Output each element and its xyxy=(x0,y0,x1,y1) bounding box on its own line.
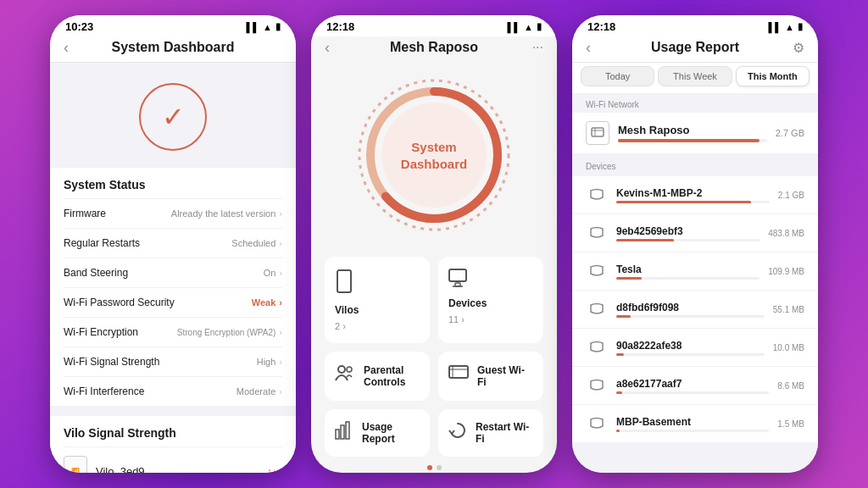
vilo-title: Vilo Signal Strength xyxy=(64,416,282,446)
parental-icon xyxy=(335,363,355,389)
vilos-count: 2 › xyxy=(335,321,346,331)
dashboard-circle[interactable]: System Dashboard xyxy=(349,70,519,240)
nav-bar-2: ‹ Mesh Raposo ··· xyxy=(311,36,557,62)
restart-icon xyxy=(448,421,467,445)
status-row-password[interactable]: Wi-Fi Password Security Weak › xyxy=(64,287,282,317)
menu-card-guest[interactable]: Guest Wi-Fi xyxy=(438,352,543,401)
settings-icon[interactable]: ⚙ xyxy=(793,40,804,56)
screen3-title: Usage Report xyxy=(651,40,739,55)
screen2-content: System Dashboard Vilos 2 › Devices 11 › xyxy=(311,62,557,473)
back-button-3[interactable]: ‹ xyxy=(586,39,591,57)
screen2-title: Mesh Raposo xyxy=(390,40,478,55)
firmware-value: Already the latest version › xyxy=(171,208,282,219)
time-1: 10:23 xyxy=(65,20,93,33)
vilo-signal-value: ↑↓ › xyxy=(267,466,282,473)
vilo-item[interactable]: 📶 Vilo_3ed9 ↑↓ › xyxy=(64,446,282,473)
device-icon-6 xyxy=(586,413,608,435)
wifi-icon-3: ▲ xyxy=(785,22,794,32)
nav-bar-1: ‹ System Dashboard xyxy=(50,36,296,63)
back-button-2[interactable]: ‹ xyxy=(325,39,330,57)
vilo-device-icon: 📶 xyxy=(64,456,87,473)
device-amount-4: 10.0 MB xyxy=(773,343,804,352)
device-amount-5: 8.6 MB xyxy=(777,381,804,391)
nav-bar-3: ‹ Usage Report ⚙ xyxy=(572,36,818,63)
restart-label: Restart Wi-Fi xyxy=(476,421,533,445)
device-info-5: a8e62177aaf7 xyxy=(616,378,769,394)
band-value: On › xyxy=(264,268,282,278)
device-info-3: d8fbd6f9f098 xyxy=(616,302,765,318)
device-row-1[interactable]: 9eb42569ebf3 483.8 MB xyxy=(572,214,818,252)
device-bar-wrap-1 xyxy=(616,239,760,241)
svg-rect-5 xyxy=(449,269,466,281)
menu-card-devices[interactable]: Devices 11 › xyxy=(438,257,543,343)
wifi-icon-2: ▲ xyxy=(524,22,533,32)
svg-rect-10 xyxy=(449,366,468,378)
menu-card-vilos[interactable]: Vilos 2 › xyxy=(325,257,430,343)
phone-screen-2: 12:18 ▌▌ ▲ ▮ ‹ Mesh Raposo ··· xyxy=(311,15,557,473)
device-bar-wrap-3 xyxy=(616,315,765,318)
device-bar-3 xyxy=(616,315,631,318)
device-row-0[interactable]: Kevins-M1-MBP-2 2.1 GB xyxy=(572,176,818,214)
status-icons-1: ▌▌ ▲ ▮ xyxy=(247,21,281,32)
checkmark-circle: ✓ xyxy=(139,83,207,151)
tab-week[interactable]: This Week xyxy=(658,66,732,86)
tab-month[interactable]: This Month xyxy=(736,66,810,86)
device-row-2[interactable]: Tesla 109.9 MB xyxy=(572,252,818,290)
status-row-encryption[interactable]: Wi-Fi Encryption Strong Encryption (WPA2… xyxy=(64,317,282,347)
device-icon-4 xyxy=(586,336,608,358)
battery-icon-3: ▮ xyxy=(798,21,803,32)
devices-label: Devices xyxy=(448,297,487,309)
dashboard-label: System Dashboard xyxy=(401,139,467,172)
tab-today[interactable]: Today xyxy=(581,66,654,86)
status-row-interference[interactable]: Wi-Fi Interference Moderate › xyxy=(64,376,282,406)
restarts-value: Scheduled › xyxy=(231,238,282,248)
svg-point-8 xyxy=(338,366,345,373)
device-amount-2: 109.9 MB xyxy=(768,267,804,276)
device-row-6[interactable]: MBP-Basement 1.5 MB xyxy=(572,404,818,442)
device-info-1: 9eb42569ebf3 xyxy=(616,225,760,241)
battery-icon-2: ▮ xyxy=(537,21,542,32)
device-bar-wrap-5 xyxy=(616,391,769,394)
back-button-1[interactable]: ‹ xyxy=(64,39,69,57)
device-name-4: 90a8222afe38 xyxy=(616,340,765,352)
status-row-firmware[interactable]: Firmware Already the latest version › xyxy=(64,198,282,228)
phone-screen-1: 10:23 ▌▌ ▲ ▮ ‹ System Dashboard ✓ System… xyxy=(50,15,296,473)
device-info-6: MBP-Basement xyxy=(616,416,769,432)
device-row-3[interactable]: d8fbd6f9f098 55.1 MB xyxy=(572,290,818,328)
menu-card-parental[interactable]: Parental Controls xyxy=(325,352,430,401)
device-icon-3 xyxy=(586,298,608,320)
device-bar-wrap-6 xyxy=(616,430,769,432)
tab-row: Today This Week This Month xyxy=(572,63,818,93)
signal-value: High › xyxy=(257,357,282,367)
encryption-label: Wi-Fi Encryption xyxy=(64,326,138,338)
band-label: Band Steering xyxy=(64,267,128,279)
menu-card-usage[interactable]: Usage Report xyxy=(325,409,430,457)
password-label: Wi-Fi Password Security xyxy=(64,297,175,308)
dot-indicator xyxy=(427,465,442,470)
signal-icon-3: ▌▌ xyxy=(769,22,782,32)
device-name-1: 9eb42569ebf3 xyxy=(616,225,760,237)
svg-rect-15 xyxy=(346,422,349,439)
svg-rect-13 xyxy=(336,430,339,439)
network-amount: 2.7 GB xyxy=(776,128,804,138)
menu-card-restart[interactable]: Restart Wi-Fi xyxy=(438,409,543,457)
status-row-band[interactable]: Band Steering On › xyxy=(64,258,282,287)
more-icon[interactable]: ··· xyxy=(532,40,543,55)
dot-1 xyxy=(427,465,432,470)
device-row-5[interactable]: a8e62177aaf7 8.6 MB xyxy=(572,366,818,404)
guest-wifi-icon xyxy=(448,365,469,387)
device-bar-0 xyxy=(616,201,751,203)
status-row-signal[interactable]: Wi-Fi Signal Strength High › xyxy=(64,347,282,376)
device-row-4[interactable]: 90a8222afe38 10.0 MB xyxy=(572,328,818,366)
device-info-4: 90a8222afe38 xyxy=(616,340,765,356)
password-value: Weak › xyxy=(252,297,282,308)
usage-network-info: Mesh Raposo xyxy=(618,124,767,142)
vilo-device-name: Vilo_3ed9 xyxy=(96,465,259,474)
usage-network-card: Mesh Raposo 2.7 GB xyxy=(572,113,818,153)
system-status-section: System Status Firmware Already the lates… xyxy=(50,168,296,406)
interference-value: Moderate › xyxy=(236,386,282,396)
device-bar-1 xyxy=(616,239,674,241)
status-row-restarts[interactable]: Regular Restarts Scheduled › xyxy=(64,228,282,258)
device-bar-wrap-2 xyxy=(616,277,760,280)
network-bar xyxy=(618,139,760,142)
